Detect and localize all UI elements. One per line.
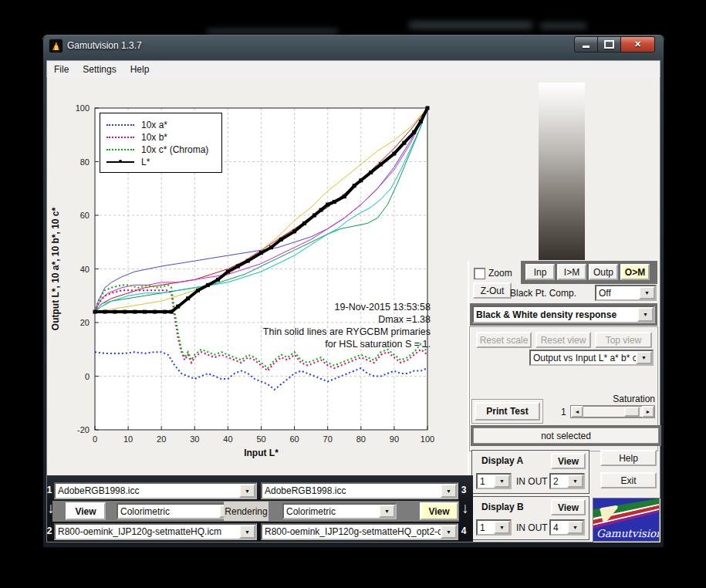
slot-2-label: 2 <box>46 525 53 536</box>
svg-text:50: 50 <box>256 434 265 444</box>
svg-text:40: 40 <box>80 265 90 274</box>
display-b-in-select[interactable]: 1 <box>476 519 512 536</box>
profile-2-select[interactable]: R800-oemink_IJP120g-setmatteHQ.icm <box>54 523 257 540</box>
svg-text:60: 60 <box>289 434 299 444</box>
background-artifact <box>540 23 586 29</box>
menu-item-help[interactable]: Help <box>123 61 157 78</box>
logo-text-svg: Gamutvision <box>596 527 659 539</box>
zoom-checkbox[interactable] <box>474 268 485 279</box>
view-left-button[interactable]: View <box>66 502 106 520</box>
saturation-label: Saturation <box>595 394 655 404</box>
menu-item-settings[interactable]: Settings <box>76 61 123 78</box>
profile-3-select[interactable]: AdobeRGB1998.icc <box>261 482 458 499</box>
dropdown-arrow-icon[interactable] <box>441 525 457 539</box>
svg-text:Input L*: Input L* <box>244 448 279 458</box>
svg-text:10: 10 <box>123 434 133 444</box>
svg-text:Thin solid lines are RYGCBM pr: Thin solid lines are RYGCBM primaries <box>263 326 431 337</box>
profile-1-select[interactable]: AdobeRGB1998.icc <box>54 482 257 499</box>
dropdown-arrow-icon[interactable] <box>494 521 510 534</box>
svg-text:100: 100 <box>421 434 434 444</box>
svg-text:0: 0 <box>85 372 90 381</box>
display-a-out-select[interactable]: 2 <box>549 473 585 489</box>
svg-text:-20: -20 <box>77 425 90 434</box>
gamutvision-logo: Gamutvision <box>593 498 660 542</box>
dropdown-arrow-icon[interactable] <box>636 351 652 364</box>
display-b-title: Display B <box>481 502 524 512</box>
dropdown-arrow-icon[interactable] <box>494 475 510 488</box>
io-button-outp[interactable]: Outp <box>589 264 618 280</box>
slider-thumb[interactable] <box>624 407 640 417</box>
svg-text:19-Nov-2015 13:53:58: 19-Nov-2015 13:53:58 <box>335 302 431 313</box>
app-window: Gamutvision 1.3.7 ✕ FileSettingsHelp 010… <box>42 35 664 548</box>
density-response-select[interactable]: Black & White density response <box>472 306 655 323</box>
minimize-button[interactable] <box>574 36 598 52</box>
slot-4-label: 4 <box>460 525 468 536</box>
minimize-icon <box>583 46 589 48</box>
slot-1-label: 1 <box>46 485 53 495</box>
svg-text:60: 60 <box>80 211 90 220</box>
top-view-button[interactable]: Top view <box>595 332 652 348</box>
z-out-button[interactable]: Z-Out <box>473 282 512 299</box>
exit-button[interactable]: Exit <box>600 472 657 488</box>
display-b-view-button[interactable]: View <box>551 499 586 515</box>
saturation-slider[interactable] <box>570 405 655 418</box>
svg-text:Dmax =1.38: Dmax =1.38 <box>378 314 431 325</box>
display-a-inout-label: IN OUT <box>516 476 548 487</box>
svg-text:20: 20 <box>157 434 166 444</box>
down-arrow-icon <box>460 500 471 517</box>
maximize-icon <box>604 40 614 49</box>
slider-track[interactable] <box>583 406 642 417</box>
selection-status-frame: not selected <box>471 425 661 446</box>
menu-bar: FileSettingsHelp <box>46 60 660 79</box>
dropdown-arrow-icon[interactable] <box>379 505 395 518</box>
display-a-in-select[interactable]: 1 <box>476 473 512 489</box>
reset-view-button[interactable]: Reset view <box>535 332 591 348</box>
display-b-inout-label: IN OUT <box>516 522 548 533</box>
close-button[interactable]: ✕ <box>621 36 655 52</box>
grayscale-gradient-strip <box>539 83 585 260</box>
help-button[interactable]: Help <box>600 450 657 466</box>
view-right-button[interactable]: View <box>420 502 458 520</box>
title-bar[interactable]: Gamutvision 1.3.7 ✕ <box>42 35 664 58</box>
svg-text:90: 90 <box>390 434 399 444</box>
app-icon <box>49 39 62 52</box>
zoom-checkbox-label: Zoom <box>488 268 512 279</box>
maximize-button[interactable] <box>598 36 621 52</box>
dropdown-arrow-icon[interactable] <box>567 475 583 488</box>
slider-left-arrow-icon[interactable] <box>571 406 583 417</box>
display-b-out-select[interactable]: 4 <box>549 519 585 536</box>
print-test-button[interactable]: Print Test <box>475 402 540 421</box>
io-button-frame: InpI>MOutpO>M <box>521 261 657 284</box>
slider-right-arrow-icon[interactable] <box>642 406 654 417</box>
slot-3-label: 3 <box>460 485 468 495</box>
svg-text:0: 0 <box>93 434 97 444</box>
plot-type-select[interactable]: Output vs Input L* a* b* c* <box>529 350 654 366</box>
io-button-inp[interactable]: Inp <box>525 264 555 280</box>
background-artifact <box>409 22 532 29</box>
dropdown-arrow-icon[interactable] <box>441 484 457 498</box>
dropdown-arrow-icon[interactable] <box>239 525 255 539</box>
rendering-label: Rendering <box>224 502 269 521</box>
intent-right-select[interactable]: Colorimetric <box>282 503 397 519</box>
io-button-im[interactable]: I>M <box>557 264 586 280</box>
dropdown-arrow-icon[interactable] <box>637 307 654 322</box>
svg-text:70: 70 <box>323 434 333 444</box>
menu-item-file[interactable]: File <box>47 61 76 78</box>
reset-scale-button[interactable]: Reset scale <box>476 332 532 348</box>
dropdown-arrow-icon[interactable] <box>639 286 655 299</box>
svg-text:40: 40 <box>223 434 232 444</box>
io-button-om[interactable]: O>M <box>620 264 650 280</box>
svg-text:100: 100 <box>76 103 90 113</box>
black-pt-comp-label: Black Pt. Comp. <box>510 288 576 299</box>
density-combo-frame: Black & White density response <box>470 303 657 326</box>
black-pt-comp-select[interactable]: Off <box>595 285 657 301</box>
dropdown-arrow-icon[interactable] <box>239 484 255 498</box>
dropdown-arrow-icon[interactable] <box>567 521 583 534</box>
response-chart: 0102030405060708090100-20020406080100Inp… <box>47 77 448 471</box>
display-a-group: Display A View 1 IN OUT 2 <box>471 450 589 494</box>
svg-text:Output L*, 10 a*, 10 b*, 10 c*: Output L*, 10 a*, 10 b*, 10 c* <box>50 207 61 330</box>
intent-left-select[interactable]: Colorimetric <box>117 503 237 519</box>
client-area: 0102030405060708090100-20020406080100Inp… <box>46 77 660 542</box>
profile-4-select[interactable]: R800-oemink_IJP120g-setmatteHQ_opt2-col+… <box>261 523 458 540</box>
display-a-view-button[interactable]: View <box>551 453 586 469</box>
